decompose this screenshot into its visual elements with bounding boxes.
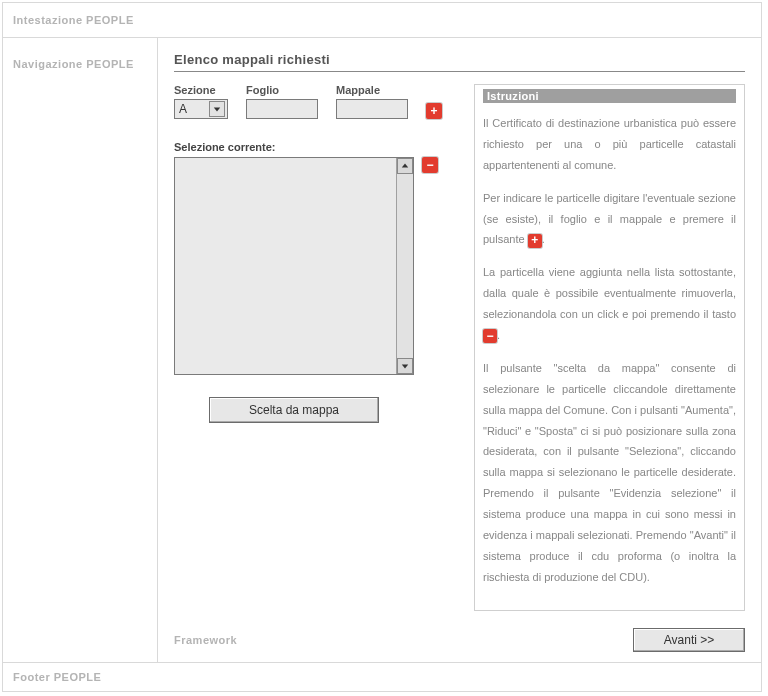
sezione-value: A (179, 102, 187, 116)
instructions-p1: Il Certificato di destinazione urbanisti… (483, 113, 736, 176)
svg-marker-1 (402, 164, 408, 168)
sezione-select[interactable]: A (174, 99, 228, 119)
svg-marker-0 (214, 107, 220, 111)
chevron-down-icon[interactable] (209, 101, 225, 117)
choose-from-map-button[interactable]: Scelta da mappa (209, 397, 379, 423)
add-icon[interactable]: + (426, 103, 442, 119)
remove-icon[interactable]: − (422, 157, 438, 173)
instructions-title: Istruzioni (483, 89, 736, 103)
page-title: Elenco mappali richiesti (174, 52, 745, 67)
foglio-label: Foglio (246, 84, 318, 96)
sezione-label: Sezione (174, 84, 228, 96)
header-title: Intestazione PEOPLE (13, 14, 134, 26)
main-column: Elenco mappali richiesti Sezione A (158, 38, 761, 662)
footer-bar: Footer PEOPLE (3, 662, 761, 691)
svg-marker-2 (402, 364, 408, 368)
selection-label: Selezione corrente: (174, 141, 454, 153)
title-divider (174, 71, 745, 72)
mappale-label: Mappale (336, 84, 408, 96)
scroll-down-icon[interactable] (397, 358, 413, 374)
framework-label: Framework (174, 634, 237, 646)
instructions-panel: Istruzioni Il Certificato di destinazion… (474, 84, 745, 611)
header-bar: Intestazione PEOPLE (3, 3, 761, 38)
instructions-p3: La particella viene aggiunta nella lista… (483, 262, 736, 346)
nav-title: Navigazione PEOPLE (13, 58, 134, 70)
next-button[interactable]: Avanti >> (633, 628, 745, 652)
foglio-input[interactable] (246, 99, 318, 119)
minus-icon: − (483, 329, 497, 343)
scrollbar[interactable] (396, 158, 413, 374)
instructions-p2: Per indicare le particelle digitare l'ev… (483, 188, 736, 251)
nav-column: Navigazione PEOPLE (3, 38, 158, 662)
plus-icon: + (528, 234, 542, 248)
footer-title: Footer PEOPLE (13, 671, 101, 683)
instructions-p4: Il pulsante "scelta da mappa" consente d… (483, 358, 736, 588)
mappale-input[interactable] (336, 99, 408, 119)
scroll-up-icon[interactable] (397, 158, 413, 174)
selection-listbox[interactable] (174, 157, 414, 375)
